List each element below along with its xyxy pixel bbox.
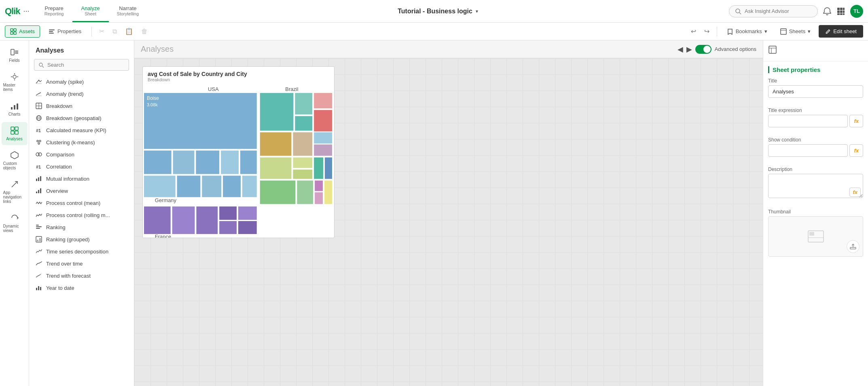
sidebar-item-analyses[interactable]: Analyses	[2, 122, 28, 145]
analysis-item-time-series[interactable]: Time series decomposition	[29, 245, 134, 257]
toggle-switch[interactable]	[695, 45, 711, 54]
analysis-item-process-rolling[interactable]: Process control (rolling m...	[29, 209, 134, 221]
svg-rect-55	[38, 177, 39, 181]
custom-objects-icon	[10, 151, 19, 160]
description-textarea[interactable]	[768, 174, 863, 198]
top-bar: Qlik ··· Prepare Reporting Analyze Sheet…	[0, 0, 868, 23]
toolbar: Assets Properties ✂ ⧉ 📋 🗑 ↩ ↪ Bookmarks …	[0, 23, 868, 40]
svg-rect-3	[840, 8, 843, 10]
analysis-item-correlation[interactable]: #1 Correlation	[29, 160, 134, 173]
correlation-icon: #1	[36, 163, 42, 170]
title-chevron-icon[interactable]: ▾	[476, 8, 478, 14]
svg-rect-15	[49, 30, 55, 30]
tab-analyze[interactable]: Analyze Sheet	[72, 0, 109, 22]
delete-button[interactable]: 🗑	[139, 25, 150, 38]
search-input[interactable]	[745, 8, 809, 14]
sidebar-item-label: Charts	[8, 112, 20, 116]
description-fx-button[interactable]: fx	[849, 188, 861, 197]
title-input[interactable]	[768, 85, 863, 98]
canvas-next-button[interactable]: ▶	[686, 45, 692, 54]
analysis-item-anomaly-spike[interactable]: Anomaly (spike)	[29, 76, 134, 88]
svg-rect-101	[292, 132, 313, 156]
svg-rect-81	[144, 175, 176, 198]
canvas-title: Analyses	[141, 44, 174, 54]
svg-rect-112	[314, 192, 323, 205]
notifications-button[interactable]	[823, 7, 832, 16]
panel-search-input[interactable]	[47, 62, 125, 68]
svg-rect-91	[238, 206, 257, 220]
ranking-icon	[36, 224, 42, 230]
edit-sheet-button[interactable]: Edit sheet	[819, 25, 863, 38]
svg-rect-34	[11, 131, 14, 134]
thumbnail-box	[768, 216, 863, 257]
sidebar-item-fields[interactable]: Fields	[2, 44, 28, 67]
sidebar-item-label: Custom objects	[3, 161, 26, 170]
analysis-item-year-to-date[interactable]: Year to date	[29, 282, 134, 294]
tab-prepare[interactable]: Prepare Reporting	[36, 0, 72, 22]
copy-button[interactable]: ⧉	[110, 25, 119, 38]
bookmarks-button[interactable]: Bookmarks ▾	[722, 26, 772, 37]
show-condition-row: fx	[768, 144, 863, 157]
sheets-button[interactable]: Sheets ▾	[775, 26, 815, 37]
analysis-item-label: Breakdown	[46, 103, 72, 109]
analysis-item-ranking[interactable]: Ranking	[29, 221, 134, 233]
sidebar-item-charts[interactable]: Charts	[2, 97, 28, 120]
analysis-item-label: Trend over time	[46, 261, 83, 267]
properties-button[interactable]: Properties	[43, 25, 87, 38]
sidebar-item-app-nav[interactable]: App navigation links	[2, 176, 28, 208]
analysis-item-breakdown[interactable]: Breakdown	[29, 100, 134, 112]
sidebar-item-dynamic-views[interactable]: Dynamic views	[2, 209, 28, 237]
analysis-item-label: Process control (rolling m...	[46, 212, 110, 218]
sidebar-item-master-items[interactable]: Master items	[2, 68, 28, 96]
clustering-icon	[36, 139, 42, 146]
analysis-item-anomaly-trend[interactable]: Anomaly (trend)	[29, 88, 134, 100]
sheet-view-button[interactable]	[768, 47, 777, 56]
apps-grid-button[interactable]	[836, 7, 845, 16]
svg-rect-121	[850, 247, 856, 249]
show-condition-fx-button[interactable]: fx	[849, 144, 863, 157]
svg-rect-40	[36, 95, 42, 96]
assets-button[interactable]: Assets	[5, 25, 40, 38]
analysis-item-ranking-grouped[interactable]: Ranking (grouped)	[29, 233, 134, 245]
analysis-item-clustering[interactable]: Clustering (k-means)	[29, 136, 134, 148]
analysis-item-mutual-info[interactable]: Mutual information	[29, 173, 134, 185]
qlik-more-button[interactable]: ···	[23, 7, 30, 15]
paste-button[interactable]: 📋	[123, 25, 135, 38]
thumbnail-upload-button[interactable]	[847, 240, 860, 253]
show-condition-input[interactable]	[768, 144, 848, 157]
analysis-item-overview[interactable]: Overview	[29, 185, 134, 197]
svg-rect-69	[38, 286, 39, 290]
panel-search-box[interactable]	[34, 59, 129, 71]
advanced-options-toggle[interactable]: Advanced options	[695, 45, 756, 54]
user-avatar[interactable]: TL	[850, 5, 863, 18]
show-condition-section: Show condition fx	[763, 132, 868, 162]
bookmarks-label: Bookmarks	[736, 28, 762, 34]
tab-narrate[interactable]: Narrate Storytelling	[109, 0, 147, 22]
insight-advisor-search[interactable]	[729, 5, 818, 17]
svg-point-48	[37, 140, 38, 142]
svg-rect-57	[36, 192, 37, 193]
title-expression-input[interactable]	[768, 115, 848, 127]
svg-rect-66	[37, 240, 38, 241]
cut-button[interactable]: ✂	[97, 25, 107, 38]
svg-point-37	[39, 63, 42, 66]
overview-icon	[36, 188, 42, 194]
svg-rect-68	[36, 288, 37, 290]
svg-rect-76	[144, 150, 172, 174]
svg-rect-89	[196, 206, 218, 234]
analysis-item-trend-forecast[interactable]: Trend with forecast	[29, 270, 134, 282]
analysis-item-calculated-measure[interactable]: #1 Calculated measure (KPI)	[29, 124, 134, 136]
analysis-item-trend-over-time[interactable]: Trend over time	[29, 257, 134, 270]
undo-button[interactable]: ↩	[688, 25, 699, 38]
sheets-label: Sheets	[789, 28, 805, 34]
analysis-item-breakdown-geo[interactable]: Breakdown (geospatial)	[29, 112, 134, 124]
analysis-item-label: Process control (mean)	[46, 200, 100, 206]
title-expression-fx-button[interactable]: fx	[849, 115, 863, 127]
qlik-logo[interactable]: Qlik ···	[5, 6, 30, 17]
sheets-chevron-icon: ▾	[808, 28, 811, 34]
sidebar-item-custom-objects[interactable]: Custom objects	[2, 147, 28, 174]
analysis-item-comparison[interactable]: Comparison	[29, 148, 134, 160]
redo-button[interactable]: ↪	[702, 25, 712, 38]
analysis-item-process-mean[interactable]: Process control (mean)	[29, 197, 134, 209]
canvas-prev-button[interactable]: ◀	[677, 45, 683, 54]
